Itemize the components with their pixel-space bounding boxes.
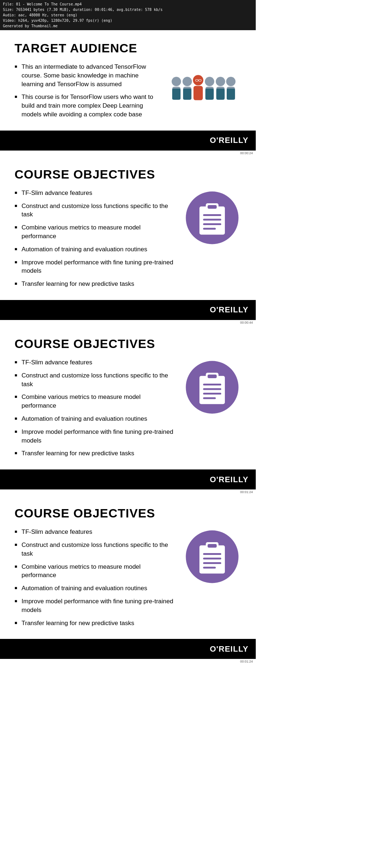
course-objectives-text-1: TF-Slim advance features Construct and c…	[15, 189, 183, 293]
obj-bullet-2-4: Automation of training and evaluation ro…	[15, 415, 176, 423]
timestamp-1: 00:00:24	[0, 151, 256, 156]
target-audience-text: This an intermediate to advanced TensorF…	[15, 63, 169, 123]
timestamp-3: 00:01:24	[0, 489, 256, 495]
svg-rect-25	[203, 219, 221, 220]
course-objectives-content-3: TF-Slim advance features Construct and c…	[15, 528, 241, 632]
obj-bullet-3-1: TF-Slim advance features	[15, 528, 176, 536]
svg-rect-31	[208, 375, 217, 378]
target-audience-bullet-1: This an intermediate to advanced TensorF…	[15, 63, 161, 88]
course-objectives-slide-2: COURSE OBJECTIVES TF-Slim advance featur…	[0, 326, 256, 469]
course-objectives-slide-3: COURSE OBJECTIVES TF-Slim advance featur…	[0, 495, 256, 639]
course-objectives-content-1: TF-Slim advance features Construct and c…	[15, 189, 241, 293]
svg-rect-5	[194, 86, 203, 100]
svg-rect-15	[172, 88, 181, 100]
course-objectives-title-2: COURSE OBJECTIVES	[15, 337, 241, 351]
svg-rect-32	[203, 384, 221, 385]
course-objectives-slide-1: COURSE OBJECTIVES TF-Slim advance featur…	[0, 156, 256, 300]
video-info-bar: File: 01 - Welcome To The Course.mp4 Siz…	[0, 0, 256, 30]
target-audience-bullet-2: This course is for TensorFlow users who …	[15, 93, 161, 119]
svg-rect-23	[208, 205, 217, 209]
course-objectives-title-3: COURSE OBJECTIVES	[15, 506, 241, 520]
obj-bullet-1-5: Improve model performance with fine tuni…	[15, 258, 176, 276]
obj-bullet-3-3: Combine various metrics to measure model…	[15, 563, 176, 580]
svg-point-13	[226, 77, 236, 86]
footer-bar-3: O'REILLY	[0, 469, 256, 489]
people-svg	[169, 63, 241, 113]
svg-rect-42	[203, 562, 221, 564]
course-objectives-title-1: COURSE OBJECTIVES	[15, 167, 241, 181]
video-info-line3: Audio: aac, 48000 Hz, stereo (eng)	[3, 12, 253, 18]
obj-bullet-2-3: Combine various metrics to measure model…	[15, 393, 176, 410]
timestamp-4: 00:01:24	[0, 659, 256, 665]
obj-bullet-3-5: Improve model performance with fine tuni…	[15, 597, 176, 615]
svg-point-2	[183, 77, 192, 86]
course-objectives-text-3: TF-Slim advance features Construct and c…	[15, 528, 183, 632]
obj-bullet-2-2: Construct and customize loss functions s…	[15, 371, 176, 389]
target-audience-title: TARGET AUDIENCE	[15, 41, 241, 55]
svg-rect-18	[216, 88, 225, 100]
svg-rect-19	[227, 88, 235, 100]
target-audience-content: This an intermediate to advanced TensorF…	[15, 63, 241, 123]
clipboard-image-1	[183, 189, 241, 247]
svg-rect-43	[203, 567, 216, 569]
course-objectives-list-2: TF-Slim advance features Construct and c…	[15, 358, 176, 458]
obj-bullet-1-3: Combine various metrics to measure model…	[15, 223, 176, 241]
clipboard-svg-1	[185, 191, 239, 245]
oreilly-logo-1: O'REILLY	[210, 136, 248, 145]
svg-rect-34	[203, 393, 221, 395]
svg-rect-39	[208, 544, 217, 548]
obj-bullet-3-4: Automation of training and evaluation ro…	[15, 584, 176, 593]
footer-bar-4: O'REILLY	[0, 639, 256, 659]
svg-point-11	[216, 77, 225, 86]
svg-rect-17	[205, 88, 214, 100]
oreilly-logo-2: O'REILLY	[210, 305, 248, 315]
obj-bullet-1-4: Automation of training and evaluation ro…	[15, 245, 176, 254]
target-audience-slide: TARGET AUDIENCE This an intermediate to …	[0, 30, 256, 131]
obj-bullet-3-6: Transfer learning for new predictive tas…	[15, 619, 176, 628]
course-objectives-list-1: TF-Slim advance features Construct and c…	[15, 189, 176, 288]
oreilly-logo-4: O'REILLY	[210, 644, 248, 654]
course-objectives-list-3: TF-Slim advance features Construct and c…	[15, 528, 176, 627]
svg-point-0	[172, 77, 181, 86]
svg-rect-33	[203, 388, 221, 390]
svg-rect-27	[203, 228, 216, 229]
clipboard-svg-3	[185, 529, 239, 584]
target-audience-list: This an intermediate to advanced TensorF…	[15, 63, 161, 119]
video-info-line5: Generated by Thumbnail.me	[3, 23, 253, 29]
obj-bullet-2-6: Transfer learning for new predictive tas…	[15, 449, 176, 458]
video-info-line2: Size: 7653441 bytes (7.30 MiB), duration…	[3, 7, 253, 12]
svg-rect-35	[203, 397, 216, 399]
obj-bullet-2-5: Improve model performance with fine tuni…	[15, 428, 176, 445]
video-info-line4: Video: h264, yuv420p, 1280x720, 29.97 fp…	[3, 18, 253, 23]
svg-rect-41	[203, 558, 221, 560]
clipboard-svg-2	[185, 360, 239, 415]
svg-rect-40	[203, 553, 221, 555]
svg-rect-16	[183, 88, 191, 100]
obj-bullet-1-2: Construct and customize loss functions s…	[15, 202, 176, 219]
obj-bullet-2-1: TF-Slim advance features	[15, 358, 176, 367]
svg-point-9	[205, 77, 214, 86]
footer-bar-2: O'REILLY	[0, 300, 256, 320]
oreilly-logo-3: O'REILLY	[210, 475, 248, 484]
obj-bullet-1-1: TF-Slim advance features	[15, 189, 176, 197]
clipboard-image-2	[183, 358, 241, 416]
clipboard-image-3	[183, 528, 241, 586]
target-audience-image	[169, 63, 241, 113]
timestamp-2: 00:00:44	[0, 320, 256, 326]
svg-rect-24	[203, 214, 221, 216]
course-objectives-text-2: TF-Slim advance features Construct and c…	[15, 358, 183, 462]
footer-bar-1: O'REILLY	[0, 131, 256, 151]
video-info-line1: File: 01 - Welcome To The Course.mp4	[3, 1, 253, 7]
svg-rect-26	[203, 223, 221, 225]
obj-bullet-3-2: Construct and customize loss functions s…	[15, 541, 176, 558]
course-objectives-content-2: TF-Slim advance features Construct and c…	[15, 358, 241, 462]
obj-bullet-1-6: Transfer learning for new predictive tas…	[15, 280, 176, 288]
